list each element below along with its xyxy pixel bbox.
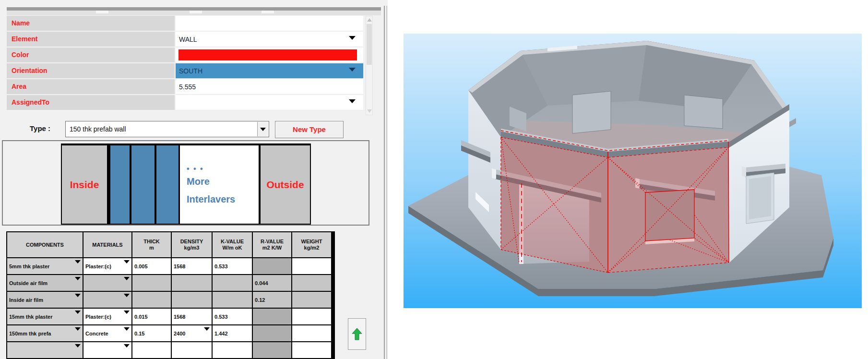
property-scrollbar[interactable] xyxy=(366,16,373,115)
weight-cell[interactable] xyxy=(292,325,331,341)
outside-label: Outside xyxy=(266,179,304,191)
scrollbar-thumb[interactable] xyxy=(367,24,372,65)
kvalue-cell[interactable]: 0.533 xyxy=(213,309,252,324)
rvalue-cell xyxy=(253,309,291,324)
thick-cell[interactable]: 0.15 xyxy=(132,325,171,341)
scroll-down-icon[interactable] xyxy=(367,109,372,113)
component-cell[interactable]: Outside air film xyxy=(7,275,83,291)
interior-window-opening xyxy=(684,95,723,129)
density-cell xyxy=(172,292,212,308)
weight-cell[interactable] xyxy=(292,258,331,274)
material-cell[interactable]: Plaster:(c) xyxy=(83,309,131,324)
dropdown-icon[interactable] xyxy=(75,263,81,269)
scroll-up-icon[interactable] xyxy=(367,18,372,22)
dropdown-icon[interactable] xyxy=(75,297,81,303)
layer-bar-1 xyxy=(110,145,130,224)
kvalue-cell xyxy=(213,292,252,308)
se-shade-endcap xyxy=(742,167,746,177)
density-cell[interactable]: 1568 xyxy=(172,258,212,274)
dropdown-icon[interactable] xyxy=(75,331,81,336)
area-label: Area xyxy=(7,79,175,94)
outside-layer-block: Outside xyxy=(259,145,310,224)
col-header-density: DENSITYkg/m3 xyxy=(172,232,212,257)
kvalue-cell[interactable] xyxy=(213,342,252,358)
weight-cell xyxy=(292,275,331,291)
component-cell[interactable] xyxy=(7,342,83,358)
top-bar-notch xyxy=(96,11,108,13)
top-bar-notch xyxy=(190,11,202,13)
materials-table: COMPONENTS MATERIALS THICKm DENSITYkg/m3… xyxy=(6,231,335,359)
more-interlayers-block[interactable]: • • • More Interlavers xyxy=(180,145,259,224)
orientation-value: SOUTH xyxy=(179,67,202,75)
dropdown-icon[interactable] xyxy=(124,347,130,353)
dropdown-icon[interactable] xyxy=(124,280,130,286)
col-header-materials: MATERIALS xyxy=(83,232,131,257)
name-field[interactable] xyxy=(176,16,363,31)
component-cell[interactable]: 5mm thk plaster xyxy=(7,258,83,274)
dropdown-icon[interactable] xyxy=(124,263,130,269)
move-layer-up-button[interactable] xyxy=(348,318,366,350)
weight-cell xyxy=(292,292,331,308)
kvalue-cell[interactable]: 0.533 xyxy=(213,258,252,274)
assignedto-dropdown-icon[interactable] xyxy=(349,99,356,115)
chevron-down-icon xyxy=(260,128,266,131)
material-cell[interactable] xyxy=(83,292,131,308)
building-3d-scene xyxy=(404,34,862,308)
dropdown-icon[interactable] xyxy=(75,347,81,353)
dropdown-icon[interactable] xyxy=(124,314,130,320)
weight-cell[interactable] xyxy=(292,342,331,358)
thick-cell xyxy=(132,275,171,291)
se-window-glass xyxy=(749,176,771,219)
material-cell[interactable] xyxy=(83,342,131,358)
density-cell[interactable]: 2400 xyxy=(172,325,212,341)
density-cell[interactable] xyxy=(172,342,212,358)
component-cell[interactable]: 15mm thk plaster xyxy=(7,309,83,324)
type-combobox[interactable]: 150 thk prefab wall xyxy=(65,121,269,137)
interlayers-label: Interlavers xyxy=(187,194,259,205)
arrow-up-icon xyxy=(352,328,362,340)
model-3d-viewport[interactable] xyxy=(404,34,862,308)
weight-cell[interactable] xyxy=(292,309,331,324)
property-row-orientation: Orientation SOUTH xyxy=(7,63,363,79)
rvalue-cell xyxy=(253,325,291,341)
color-swatch[interactable] xyxy=(178,49,357,60)
property-row-element: Element WALL xyxy=(7,32,363,48)
color-field[interactable] xyxy=(176,48,363,63)
thick-cell[interactable]: 0.015 xyxy=(132,309,171,324)
app-window: { "left_panel": { "properties": [ {"labe… xyxy=(0,0,868,359)
property-row-assignedto: AssignedTo xyxy=(7,95,363,111)
component-cell[interactable]: Inside air film xyxy=(7,292,83,308)
material-cell[interactable] xyxy=(83,275,131,291)
material-cell[interactable]: Plaster:(c) xyxy=(83,258,131,274)
element-field[interactable]: WALL xyxy=(176,32,363,47)
area-field[interactable]: 5.555 xyxy=(176,79,363,95)
element-label: Element xyxy=(7,32,175,47)
element-value: WALL xyxy=(179,36,197,43)
material-cell[interactable]: Concrete xyxy=(83,325,131,341)
col-header-kvalue: K-VALUEW/m oK xyxy=(213,232,252,257)
layer-bar-2 xyxy=(131,145,155,224)
kvalue-cell[interactable]: 1.442 xyxy=(213,325,252,341)
component-cell[interactable]: 150mm thk prefa xyxy=(7,325,83,341)
color-label: Color xyxy=(7,48,175,62)
type-combobox-arrow-button[interactable] xyxy=(257,122,268,136)
thick-cell[interactable]: 0.005 xyxy=(132,258,171,274)
dropdown-icon[interactable] xyxy=(75,314,81,320)
col-header-weight: WEIGHTkg/m2 xyxy=(292,232,331,257)
density-cell[interactable]: 1568 xyxy=(172,309,212,324)
kvalue-cell xyxy=(213,275,252,291)
assignedto-field[interactable] xyxy=(176,95,363,110)
orientation-field[interactable]: SOUTH xyxy=(176,63,363,79)
dropdown-icon[interactable] xyxy=(75,280,81,286)
wall-layer-diagram: Inside • • • More Interlavers Outside xyxy=(61,144,311,225)
dropdown-icon[interactable] xyxy=(124,297,130,303)
dropdown-icon[interactable] xyxy=(124,331,130,336)
new-type-button[interactable]: New Type xyxy=(275,121,344,138)
thick-cell[interactable] xyxy=(132,342,171,358)
property-row-color: Color xyxy=(7,48,363,63)
col-header-components: COMPONENTS xyxy=(7,232,83,257)
panel-right-border xyxy=(384,6,385,359)
col-header-rvalue: R-VALUEm2 K/W xyxy=(253,232,291,257)
orientation-label: Orientation xyxy=(7,63,175,78)
dropdown-icon[interactable] xyxy=(204,331,210,336)
